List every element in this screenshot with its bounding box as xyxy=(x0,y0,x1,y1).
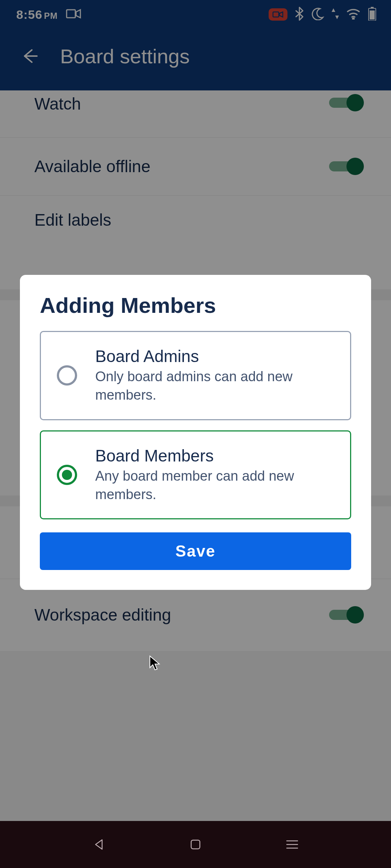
option-board-admins[interactable]: Board Admins Only board admins can add n… xyxy=(40,331,351,420)
adding-members-dialog: Adding Members Board Admins Only board a… xyxy=(20,275,371,590)
radio-icon xyxy=(57,465,77,485)
option-desc: Any board member can add new members. xyxy=(95,467,298,504)
option-title: Board Members xyxy=(95,446,336,465)
save-button[interactable]: Save xyxy=(40,532,351,570)
option-title: Board Admins xyxy=(95,346,336,366)
nav-back-icon[interactable] xyxy=(91,837,106,852)
radio-icon xyxy=(57,365,77,386)
dialog-title: Adding Members xyxy=(40,293,351,318)
android-nav-bar xyxy=(0,821,391,868)
nav-recents-icon[interactable] xyxy=(285,837,300,852)
option-board-members[interactable]: Board Members Any board member can add n… xyxy=(40,430,351,520)
svg-rect-6 xyxy=(191,840,200,849)
nav-home-icon[interactable] xyxy=(188,837,203,852)
option-desc: Only board admins can add new members. xyxy=(95,367,298,405)
